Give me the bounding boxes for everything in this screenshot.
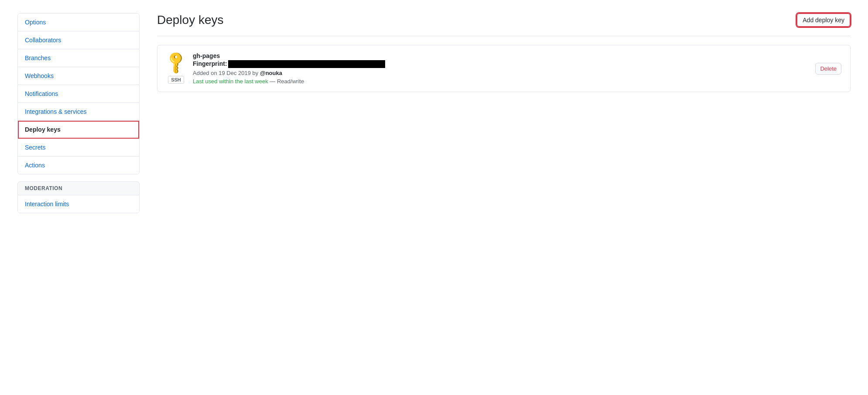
key-fingerprint: Fingerprint: xyxy=(193,60,808,68)
key-info: gh-pages Fingerprint: Added on 19 Dec 20… xyxy=(193,52,808,85)
sidebar-item-notifications[interactable]: Notifications xyxy=(18,85,139,103)
ssh-badge: SSH xyxy=(168,76,184,84)
key-meta: Added on 19 Dec 2019 by @nouka xyxy=(193,70,808,76)
add-deploy-key-button[interactable]: Add deploy key xyxy=(796,13,851,27)
sidebar-item-collaborators[interactable]: Collaborators xyxy=(18,31,139,49)
key-usage: Last used within the last week — Read/wr… xyxy=(193,78,808,85)
added-text: Added on 19 Dec 2019 by xyxy=(193,70,258,76)
page-header: Deploy keys Add deploy key xyxy=(157,13,851,27)
key-user-link[interactable]: @nouka xyxy=(260,70,282,76)
sidebar-item-integrations-services[interactable]: Integrations & services xyxy=(18,103,139,121)
header-divider xyxy=(157,36,851,36)
sidebar-item-secrets[interactable]: Secrets xyxy=(18,139,139,157)
sidebar: Options Collaborators Branches Webhooks … xyxy=(17,13,140,220)
main-content: Deploy keys Add deploy key 🔑 SSH gh-page… xyxy=(157,13,851,220)
sidebar-section-moderation: Moderation Interaction limits xyxy=(17,181,140,213)
fingerprint-value xyxy=(228,60,385,68)
permissions-text: Read/write xyxy=(277,78,304,85)
last-used-text: Last used within the last week xyxy=(193,78,268,85)
separator: — xyxy=(270,78,277,85)
sidebar-item-interaction-limits[interactable]: Interaction limits xyxy=(18,195,139,213)
sidebar-item-webhooks[interactable]: Webhooks xyxy=(18,67,139,85)
sidebar-section-main: Options Collaborators Branches Webhooks … xyxy=(17,13,140,174)
deploy-key-card: 🔑 SSH gh-pages Fingerprint: Added on 19 … xyxy=(157,45,851,92)
page-title: Deploy keys xyxy=(157,13,224,27)
key-left-section: 🔑 SSH xyxy=(166,53,186,84)
sidebar-item-deploy-keys[interactable]: Deploy keys xyxy=(18,121,139,139)
sidebar-item-branches[interactable]: Branches xyxy=(18,49,139,67)
sidebar-item-options[interactable]: Options xyxy=(18,14,139,31)
key-name: gh-pages xyxy=(193,52,808,59)
moderation-header: Moderation xyxy=(18,182,139,195)
key-icon: 🔑 xyxy=(163,49,190,76)
delete-key-button[interactable]: Delete xyxy=(815,63,841,75)
sidebar-item-actions[interactable]: Actions xyxy=(18,157,139,174)
fingerprint-label: Fingerprint: xyxy=(193,60,227,67)
